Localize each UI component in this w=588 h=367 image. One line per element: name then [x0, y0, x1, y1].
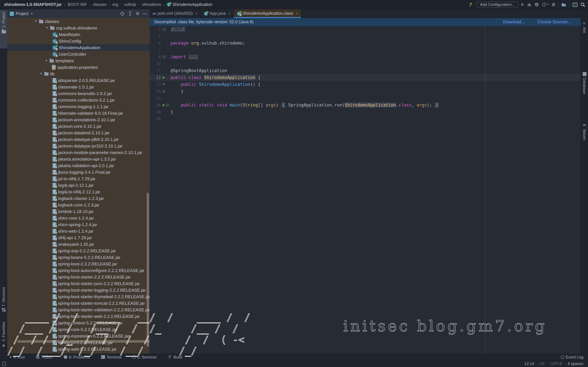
- tree-row[interactable]: spring-boot-autoconfigure-2.2.2.RELEASE.…: [7, 267, 150, 274]
- tree-row[interactable]: jackson-datatype-jdk8-2.10.1.jar: [7, 136, 150, 142]
- tree-row[interactable]: CUserController: [7, 51, 150, 57]
- code-line[interactable]: 20: [150, 115, 581, 122]
- breadcrumb-item[interactable]: BOOT-INF: [68, 2, 87, 7]
- run-icon[interactable]: [521, 3, 524, 6]
- tree-row[interactable]: spring-boot-starter-tomcat-2.2.2.RELEASE…: [7, 300, 150, 306]
- tree-row[interactable]: commons-beanutils-1.9.2.jar: [7, 90, 150, 97]
- code-line[interactable]: 14 }: [150, 88, 581, 95]
- breadcrumb-item[interactable]: org: [112, 2, 118, 7]
- fold-expand-icon[interactable]: +: [163, 55, 166, 58]
- stop-icon[interactable]: [552, 3, 555, 6]
- tree-row[interactable]: commons-collections-3.2.1.jar: [7, 97, 150, 103]
- tree-row[interactable]: jackson-core-2.10.1.jar: [7, 123, 150, 129]
- tool-window-switcher-icon[interactable]: [3, 362, 6, 366]
- gear-icon[interactable]: ⚙: [136, 11, 139, 16]
- tree-row[interactable]: classes: [7, 18, 150, 25]
- code-line[interactable]: 15: [150, 95, 581, 101]
- tree-row[interactable]: logback-classic-1.2.3.jar: [7, 195, 150, 201]
- tree-row[interactable]: org.vulhub.shirodemo: [7, 25, 150, 31]
- sidebar-tab-maven[interactable]: m Maven: [581, 122, 588, 140]
- chevron-down-icon[interactable]: [40, 73, 42, 74]
- run-gutter-icon[interactable]: [163, 104, 165, 106]
- collapse-all-icon[interactable]: [128, 11, 132, 16]
- run-anything-icon[interactable]: [573, 2, 578, 7]
- tree-row[interactable]: jul-to-slf4j-1.7.29.jar: [7, 175, 150, 182]
- close-icon[interactable]: ×: [195, 11, 198, 16]
- code-line[interactable]: 19}: [150, 108, 581, 115]
- tree-row[interactable]: hibernate-validator-6.0.18.Final.jar: [7, 110, 150, 116]
- editor-tab[interactable]: CShirodemoApplication.class×: [234, 9, 301, 18]
- fold-start-icon[interactable]: [163, 83, 165, 86]
- tree-row[interactable]: spring-boot-2.2.2.RELEASE.jar: [7, 260, 150, 267]
- tree-row[interactable]: logback-core-1.2.3.jar: [7, 201, 150, 208]
- tree-row[interactable]: shiro-web-1.2.4.jar: [7, 228, 150, 234]
- project-structure-icon[interactable]: [562, 2, 566, 7]
- code-line[interactable]: 7: [150, 47, 581, 53]
- add-configuration-button[interactable]: Add Configuration...: [476, 1, 519, 8]
- tree-row[interactable]: slf4j-api-1.7.29.jar: [7, 234, 150, 241]
- tree-row[interactable]: snakeyaml-1.25.jar: [7, 241, 150, 247]
- tree-row[interactable]: shiro-spring-1.2.4.jar: [7, 221, 150, 228]
- tree-row[interactable]: lombok-1.18.10.jar: [7, 208, 150, 215]
- build-hammer-icon[interactable]: [468, 2, 474, 7]
- tree-row[interactable]: attoparser-2.0.5.RELEASE.jar: [7, 77, 150, 83]
- locate-target-icon[interactable]: [120, 11, 125, 16]
- tree-row[interactable]: jackson-annotations-2.10.1.jar: [7, 116, 150, 123]
- tree-row[interactable]: lib: [7, 70, 150, 77]
- tree-row[interactable]: CMainRealm: [7, 31, 150, 38]
- fold-end-icon[interactable]: [163, 90, 165, 92]
- tree-row[interactable]: spring-boot-starter-logging-2.2.2.RELEAS…: [7, 287, 150, 293]
- tree-row[interactable]: application.properties: [7, 64, 150, 70]
- download-link[interactable]: Download...: [503, 20, 525, 24]
- tree-row[interactable]: jboss-logging-3.4.1.Final.jar: [7, 169, 150, 175]
- hide-panel-icon[interactable]: —: [143, 11, 147, 16]
- sidebar-tab-database[interactable]: Database: [581, 72, 588, 94]
- debug-bug-icon[interactable]: [527, 2, 532, 7]
- tree-row[interactable]: jackson-module-parameter-names-2.10.1.ja…: [7, 149, 150, 156]
- tree-row[interactable]: spring-aop-5.2.2.RELEASE.jar: [7, 247, 150, 254]
- fold-expand-icon[interactable]: +: [166, 104, 169, 107]
- status-item[interactable]: 4 spaces: [568, 361, 583, 366]
- code-line[interactable]: 5: [150, 33, 581, 40]
- tree-row[interactable]: spring-beans-5.2.2.RELEASE.jar: [7, 254, 150, 260]
- code-line[interactable]: 10: [150, 60, 581, 67]
- code-line[interactable]: 13 public ShirodemoApplication() {: [150, 81, 581, 88]
- tree-row[interactable]: spring-boot-starter-thymeleaf-2.2.2.RELE…: [7, 293, 150, 300]
- chevron-down-icon[interactable]: [35, 21, 37, 22]
- breadcrumb-item[interactable]: classes: [93, 2, 106, 7]
- tree-row[interactable]: CShiroConfig: [7, 38, 150, 44]
- editor-tab[interactable]: mpom.xml (shiro550)×: [150, 9, 201, 18]
- profiler-icon[interactable]: [542, 2, 549, 7]
- tree-row[interactable]: jakarta.validation-api-2.0.1.jar: [7, 162, 150, 169]
- tree-row[interactable]: templates: [7, 57, 150, 64]
- event-log-button[interactable]: Event Log: [561, 355, 583, 359]
- chevron-down-icon[interactable]: [46, 27, 48, 28]
- coverage-shield-icon[interactable]: [535, 2, 539, 7]
- close-icon[interactable]: ×: [228, 11, 231, 16]
- breadcrumb-item[interactable]: vulhub: [124, 2, 136, 7]
- tree-row[interactable]: jackson-datatype-jsr310-2.10.1.jar: [7, 142, 150, 149]
- tree-row[interactable]: spring-boot-starter-2.2.2.RELEASE.jar: [7, 274, 150, 280]
- tree-row[interactable]: shiro-core-1.2.4.jar: [7, 215, 150, 221]
- status-item[interactable]: LF: [540, 361, 545, 366]
- sidebar-tab-ant[interactable]: Ant: [581, 22, 588, 33]
- code-line[interactable]: 6package org.vulhub.shirodemo;: [150, 40, 581, 47]
- tree-row[interactable]: jakarta.annotation-api-1.3.5.jar: [7, 156, 150, 162]
- tree-row[interactable]: jackson-databind-2.10.1.jar: [7, 129, 150, 136]
- search-icon[interactable]: [580, 2, 585, 7]
- code-editor[interactable]: 1+/.../56package org.vulhub.shirodemo;78…: [150, 26, 581, 354]
- tree-row[interactable]: CShirodemoApplication: [7, 44, 150, 51]
- tree-row[interactable]: classmate-1.5.1.jar: [7, 83, 150, 90]
- breadcrumb-item[interactable]: shirodemo: [142, 2, 161, 7]
- chevron-right-icon[interactable]: [46, 60, 47, 62]
- sidebar-tab-project[interactable]: 1: Project: [0, 10, 7, 49]
- choose-sources-link[interactable]: Choose Sources...: [537, 20, 571, 24]
- close-icon[interactable]: ×: [296, 11, 298, 16]
- code-line[interactable]: 1+/.../: [150, 26, 581, 33]
- editor-tab[interactable]: CApp.java×: [201, 9, 234, 18]
- code-line[interactable]: 12public class ShirodemoApplication {: [150, 74, 581, 81]
- breadcrumb-item[interactable]: shirodemo-1.0-SNAPSHOT.jar: [4, 2, 62, 7]
- code-line[interactable]: 11@SpringBootApplication: [150, 67, 581, 74]
- code-line[interactable]: 16+ public static void main(String[] arg…: [150, 101, 581, 108]
- status-item[interactable]: UTF-8: [551, 361, 562, 366]
